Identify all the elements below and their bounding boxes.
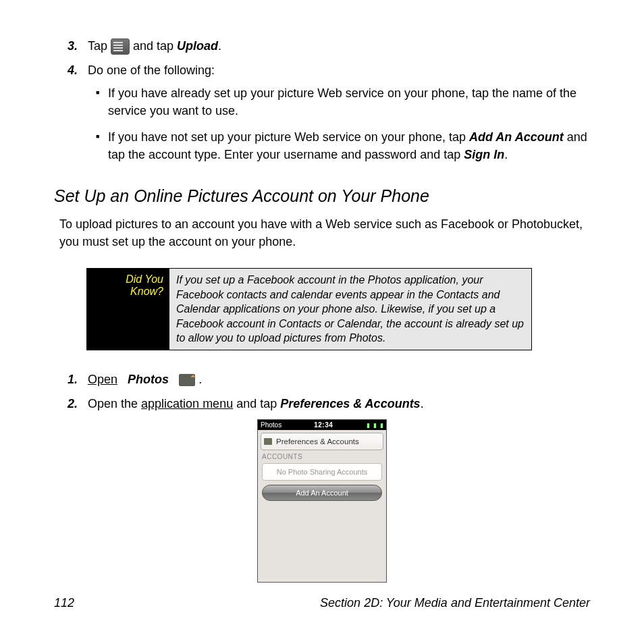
wifi-icon: ▮ — [367, 422, 370, 429]
page-footer: 112 Section 2D: Your Media and Entertain… — [54, 596, 590, 610]
intro-paragraph: To upload pictures to an account you hav… — [59, 215, 590, 250]
text: . — [195, 373, 202, 386]
battery-icon: ▮ — [380, 422, 383, 429]
tip-body: If you set up a Facebook account in the … — [169, 268, 532, 350]
step-number: 2. — [68, 395, 88, 412]
sub-bullets: If you have already set up your picture … — [88, 84, 590, 163]
text: If you have not set up your picture Web … — [108, 130, 469, 144]
action-label: Add An Account — [469, 130, 564, 144]
action-label: Sign In — [464, 148, 504, 161]
phone-empty-card: No Photo Sharing Accounts — [262, 463, 382, 481]
text: Do one of the following: — [88, 63, 215, 77]
phone-app-title: Photos — [261, 421, 281, 429]
phone-time: 12:34 — [281, 421, 365, 429]
phone-section-label: ACCOUNTS — [262, 453, 382, 460]
tip-label: Did You Know? — [86, 268, 169, 350]
phone-body-empty — [258, 501, 386, 582]
step-number: 3. — [68, 37, 88, 55]
phone-menu-item: Preferences & Accounts — [276, 437, 359, 446]
bottom-steps: 1. Open Photos . 2. Open the application… — [68, 371, 590, 412]
photos-app-icon — [179, 374, 195, 386]
phone-statusbar: Photos 12:34 ▮ ▮ ▮ — [258, 420, 386, 430]
action-label: Preferences & Accounts — [280, 397, 420, 410]
app-name: Photos — [128, 373, 169, 386]
step-body: Tap and tap Upload. — [88, 37, 590, 55]
status-icons: ▮ ▮ ▮ — [365, 421, 383, 429]
text: . — [421, 397, 424, 410]
step-body: Do one of the following: If you have alr… — [88, 61, 590, 171]
text: . — [218, 39, 221, 53]
bullet-item: If you have already set up your picture … — [108, 84, 590, 119]
did-you-know-box: Did You Know? If you set up a Facebook a… — [86, 268, 532, 350]
section-heading: Set Up an Online Pictures Account on You… — [54, 186, 590, 206]
bullet-item: If you have not set up your picture Web … — [108, 128, 590, 163]
text: Open the — [88, 397, 141, 410]
text: If you have already set up your picture … — [108, 86, 576, 117]
text: and tap — [233, 397, 280, 410]
document-page: 3. Tap and tap Upload. 4. Do one of the … — [0, 0, 644, 644]
top-steps: 3. Tap and tap Upload. 4. Do one of the … — [68, 37, 590, 171]
step-body: Open the application menu and tap Prefer… — [88, 395, 590, 412]
add-account-button: Add An Account — [262, 485, 382, 501]
page-number: 112 — [54, 596, 74, 610]
signal-icon: ▮ — [373, 422, 377, 429]
phone-screenshot: Photos 12:34 ▮ ▮ ▮ Preferences & Account… — [257, 419, 387, 583]
phone-menu-card: Preferences & Accounts — [261, 433, 383, 450]
link-text: application menu — [141, 397, 233, 410]
photos-mini-icon — [264, 438, 272, 445]
action-label: Upload — [177, 39, 218, 53]
step-number: 1. — [68, 371, 88, 388]
link-text: Open — [88, 373, 117, 386]
section-title: Section 2D: Your Media and Entertainment… — [320, 596, 590, 610]
text: Tap — [88, 39, 111, 53]
text: and tap — [133, 39, 177, 53]
step-body: Open Photos . — [88, 371, 590, 388]
step-number: 4. — [68, 61, 88, 171]
app-menu-icon — [111, 38, 130, 55]
text: . — [504, 148, 508, 161]
